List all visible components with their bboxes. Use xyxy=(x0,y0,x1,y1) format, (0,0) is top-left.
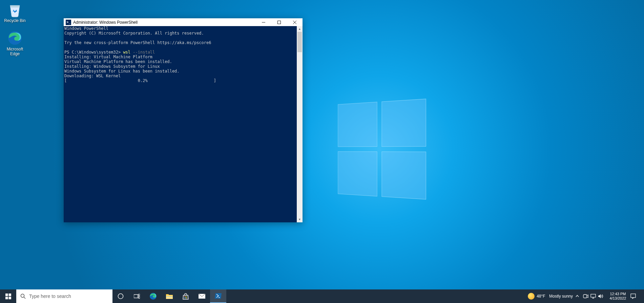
taskbar-app-edge[interactable] xyxy=(145,289,161,303)
system-tray: 12:43 PM 4/13/2022 xyxy=(576,289,644,303)
search-icon xyxy=(20,294,26,299)
scroll-thumb[interactable] xyxy=(297,32,302,52)
svg-rect-7 xyxy=(5,297,8,299)
taskbar: Type here to search 48°F Mostly sunny xyxy=(0,289,644,303)
svg-rect-14 xyxy=(139,297,140,298)
weather-sun-icon xyxy=(528,293,535,300)
tray-date: 4/13/2022 xyxy=(607,296,629,301)
desktop-icon-label: Microsoft Edge xyxy=(2,47,28,56)
speaker-icon xyxy=(598,294,603,299)
terminal-output[interactable]: Windows PowerShell Copyright (C) Microso… xyxy=(64,26,297,222)
tray-overflow-button[interactable] xyxy=(576,295,583,298)
taskbar-app-powershell[interactable] xyxy=(210,289,226,303)
edge-icon xyxy=(149,292,157,300)
scroll-down-button[interactable]: ▼ xyxy=(297,217,303,222)
svg-point-9 xyxy=(21,294,24,298)
svg-rect-2 xyxy=(278,21,281,24)
cortana-button[interactable] xyxy=(112,289,129,303)
desktop-icon-recycle-bin[interactable]: Recycle Bin xyxy=(2,1,28,23)
tray-volume[interactable] xyxy=(598,294,605,299)
window-titlebar[interactable]: >_ Administrator: Windows PowerShell xyxy=(64,18,303,26)
close-button[interactable] xyxy=(287,18,303,26)
taskbar-app-mail[interactable] xyxy=(194,289,210,303)
svg-rect-8 xyxy=(8,297,11,299)
edge-icon xyxy=(7,30,23,46)
chevron-up-icon xyxy=(576,295,579,298)
svg-rect-21 xyxy=(186,298,187,299)
svg-rect-27 xyxy=(631,294,636,298)
svg-rect-6 xyxy=(8,294,11,296)
tray-meet-now[interactable] xyxy=(583,294,590,298)
svg-rect-20 xyxy=(185,298,186,299)
powershell-window: >_ Administrator: Windows PowerShell Win… xyxy=(64,18,303,222)
task-view-button[interactable] xyxy=(129,289,145,303)
maximize-button[interactable] xyxy=(271,18,287,26)
svg-rect-24 xyxy=(591,294,596,297)
tray-time: 12:43 PM xyxy=(607,292,629,296)
svg-rect-17 xyxy=(166,296,172,297)
minimize-button[interactable] xyxy=(256,18,271,26)
svg-rect-16 xyxy=(166,296,173,299)
powershell-icon: >_ xyxy=(66,20,71,25)
folder-icon xyxy=(166,293,173,299)
notification-icon xyxy=(630,294,636,299)
tray-action-center[interactable] xyxy=(630,294,642,299)
desktop-icon-edge[interactable]: Microsoft Edge xyxy=(2,30,28,56)
scroll-up-button[interactable]: ▲ xyxy=(297,26,303,32)
weather-temp: 48°F xyxy=(537,294,545,299)
taskbar-app-store[interactable] xyxy=(178,289,194,303)
svg-rect-13 xyxy=(139,294,140,296)
powershell-icon xyxy=(214,293,222,299)
start-button[interactable] xyxy=(0,289,16,303)
mail-icon xyxy=(198,294,206,299)
task-view-icon xyxy=(134,294,140,299)
search-box[interactable]: Type here to search xyxy=(16,289,112,303)
desktop-icon-label: Recycle Bin xyxy=(2,18,28,23)
svg-rect-5 xyxy=(5,294,8,296)
camera-icon xyxy=(583,294,588,298)
weather-widget[interactable]: 48°F Mostly sunny xyxy=(525,289,576,303)
network-icon xyxy=(590,294,596,299)
svg-line-10 xyxy=(24,297,26,299)
window-title: Administrator: Windows PowerShell xyxy=(73,20,138,25)
weather-desc: Mostly sunny xyxy=(549,294,573,299)
scrollbar[interactable]: ▲ ▼ xyxy=(297,26,303,222)
svg-rect-23 xyxy=(583,295,587,298)
svg-point-11 xyxy=(118,294,123,299)
svg-rect-12 xyxy=(134,295,138,298)
tray-clock[interactable]: 12:43 PM 4/13/2022 xyxy=(605,290,630,303)
recycle-bin-icon xyxy=(7,1,23,18)
taskbar-app-explorer[interactable] xyxy=(161,289,178,303)
circle-icon xyxy=(118,293,124,299)
wallpaper-windows-logo xyxy=(338,99,426,199)
tray-network[interactable] xyxy=(590,294,598,299)
svg-rect-19 xyxy=(186,296,187,297)
windows-icon xyxy=(5,294,11,299)
store-icon xyxy=(182,292,189,300)
svg-rect-18 xyxy=(185,296,186,297)
search-placeholder: Type here to search xyxy=(29,294,71,299)
